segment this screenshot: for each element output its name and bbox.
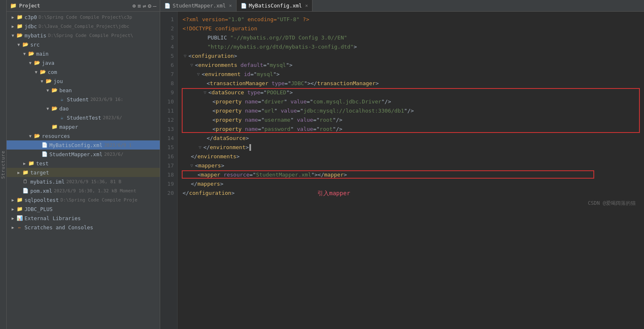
sqlpooltest-label: sqlpooltest	[24, 197, 59, 203]
tree-item-jdbc-plus[interactable]: ▶ 📁 JDBC_PLUS	[7, 204, 160, 214]
fold-icon-9[interactable]: ▽	[202, 88, 207, 97]
line-num-12: 12	[160, 115, 177, 125]
tree-item-mybatis-iml[interactable]: 🗒 mybatis.iml 2023/6/9 15:36, 81 B	[7, 177, 160, 186]
line-num-14: 14	[160, 134, 177, 143]
jdbc-plus-arrow: ▶	[10, 207, 16, 211]
tree-item-resources[interactable]: ▼ 📂 resources	[7, 131, 160, 140]
ext-lib-arrow: ▶	[10, 216, 16, 221]
com-label: com	[48, 69, 57, 75]
tree-item-java[interactable]: ▼ 📂 java	[7, 58, 160, 67]
line-num-2: 2	[160, 24, 177, 33]
tab-mybatisconfig[interactable]: 📄 MyBatisConfig.xml ✕	[237, 0, 313, 11]
src-arrow: ▼	[16, 42, 22, 47]
main-folder-icon: 📂	[27, 50, 35, 57]
main-arrow: ▼	[22, 52, 27, 56]
line-num-7: 7	[160, 70, 177, 79]
jou-arrow: ▼	[39, 79, 45, 83]
com-arrow: ▼	[33, 70, 39, 74]
close-sidebar-icon[interactable]: —	[153, 2, 156, 9]
jdbc-arrow: ▶	[10, 24, 16, 29]
resources-arrow: ▼	[27, 134, 33, 138]
c3p0-label: c3p0	[24, 14, 37, 20]
code-line-12: <property name="username" value="root"/>	[183, 115, 644, 125]
fold-icon-15[interactable]: ▽	[198, 143, 202, 152]
add-content-icon[interactable]: ⊕	[132, 2, 136, 9]
code-line-7: ▽<environment id="mysql">	[183, 70, 644, 79]
collapse-icon[interactable]: ≡	[137, 2, 141, 9]
line5-open: <	[188, 52, 192, 61]
code-line-2: <!DOCTYPE configuration	[183, 24, 644, 33]
code-line-15: ▽</environment>	[183, 143, 644, 152]
code-line-18: <mapper resource="StudentMapper.xml"></m…	[183, 170, 644, 179]
annotation-mapper: 引入mapper	[317, 189, 350, 198]
structure-panel[interactable]: Structure	[0, 0, 7, 329]
fold-icon-7[interactable]: ▽	[196, 70, 201, 79]
code-line-4: "http://mybatis.org/dtd/mybatis-3-config…	[183, 42, 644, 52]
code-lines[interactable]: <?xml version="1.0" encoding="UTF-8" ?> …	[178, 12, 644, 210]
line-num-6: 6	[160, 61, 177, 70]
mybatisconfig-label: MyBatisConfig.xml	[49, 142, 102, 148]
tree-item-target[interactable]: ▶ 📁 target	[7, 168, 160, 177]
tree-item-test[interactable]: ▶ 📁 test	[7, 159, 160, 168]
mybatis-meta: D:\Spring Code Compile Project\	[48, 33, 133, 38]
tree-item-c3p0[interactable]: ▶ 📁 c3p0 D:\Spring Code Compile Project\…	[7, 12, 160, 22]
tree-item-main[interactable]: ▼ 📂 main	[7, 49, 160, 58]
sidebar-header-actions: ⊕ ≡ ⇌ ⚙ —	[132, 2, 156, 9]
line-num-5: 5	[160, 52, 177, 61]
settings-icon[interactable]: ⚙	[148, 2, 151, 9]
tree-item-mybatisconfig[interactable]: 📄 MyBatisConfig.xml 2023/6/9 1	[7, 140, 160, 150]
line3-content: PUBLIC "-//mybatis.org//DTD Config 3.0//…	[207, 33, 347, 42]
line2-content: <!DOCTYPE configuration	[183, 24, 257, 33]
tree-item-mapper[interactable]: 📁 mapper	[7, 122, 160, 131]
tab-mybatisconfig-icon: 📄	[241, 3, 247, 9]
code-editor[interactable]: 1 2 3 4 5 6 7 8 9 10 11 12 13 14 15 16 1…	[160, 12, 644, 329]
target-folder-icon: 📁	[22, 169, 29, 176]
sidebar-title: Project	[19, 3, 40, 9]
jdbc-plus-label: JDBC_PLUS	[24, 206, 53, 212]
sqlpooltest-arrow: ▶	[10, 198, 16, 202]
tree-item-sqlpooltest[interactable]: ▶ 📁 sqlpooltest D:\Spring Code Compile P…	[7, 195, 160, 204]
mapper-label: mapper	[59, 124, 78, 130]
line4-content: "http://mybatis.org/dtd/mybatis-3-config…	[207, 42, 354, 52]
code-line-3: PUBLIC "-//mybatis.org//DTD Config 3.0//…	[183, 33, 644, 42]
resources-label: resources	[42, 133, 70, 139]
tree-item-com[interactable]: ▼ 📂 com	[7, 67, 160, 76]
code-line-19: </mappers>	[183, 179, 644, 189]
tree-item-studenttest[interactable]: ☕ StudentTest 2023/6/	[7, 113, 160, 122]
tab-studentmapper-close[interactable]: ✕	[229, 3, 232, 8]
tree-item-jdbc[interactable]: ▶ 📁 jdbc D:\Java_Code_Compile_Project\jd…	[7, 22, 160, 31]
java-folder-icon: 📂	[33, 59, 41, 66]
tab-studentmapper[interactable]: 📄 StudentMapper.xml ✕	[160, 0, 237, 11]
toggle-icon[interactable]: ⇌	[143, 2, 146, 9]
main-layout: Structure 📁 Project ⊕ ≡ ⇌ ⚙ — ▶ 📁 c3p0 D…	[0, 0, 644, 329]
code-line-8: <transactionManager type="JDBC"></transa…	[183, 79, 644, 88]
scratches-arrow: ▶	[10, 225, 16, 230]
editor-tabs: 📄 StudentMapper.xml ✕ 📄 MyBatisConfig.xm…	[160, 0, 644, 12]
pom-label: pom.xml	[30, 188, 52, 194]
tree-item-src[interactable]: ▼ 📂 src	[7, 40, 160, 49]
tree-item-bean[interactable]: ▼ 📂 bean	[7, 86, 160, 95]
tree-item-pom[interactable]: 📄 pom.xml 2023/6/9 16:30, 1.32 kB Moment	[7, 186, 160, 195]
jou-folder-icon: 📂	[45, 78, 52, 84]
tree-item-dao[interactable]: ▼ 📂 dao	[7, 104, 160, 113]
code-line-9: ▽<dataSource type="POOLED">	[183, 88, 644, 97]
tree-item-mybatis[interactable]: ▼ 📂 mybatis D:\Spring Code Compile Proje…	[7, 31, 160, 40]
mybatis-iml-icon: 🗒	[22, 178, 29, 185]
tree-item-studentmapper[interactable]: 📄 StudentMapper.xml 2023/6/	[7, 150, 160, 159]
fold-icon-5[interactable]: ▽	[183, 52, 188, 61]
studentmapper-xml-icon: 📄	[41, 151, 48, 157]
tree-item-jou[interactable]: ▼ 📂 jou	[7, 76, 160, 86]
tree-item-ext-lib[interactable]: ▶ 📊 External Libraries	[7, 214, 160, 223]
tree-item-student[interactable]: ☕ Student 2023/6/9 16:	[7, 95, 160, 104]
dao-label: dao	[59, 106, 69, 112]
line-num-10: 10	[160, 97, 177, 106]
code-line-13: <property name="password" value="root"/>	[183, 125, 644, 134]
fold-icon-6[interactable]: ▽	[189, 61, 194, 70]
fold-icon-17[interactable]: ▽	[189, 161, 194, 170]
tab-mybatisconfig-close[interactable]: ✕	[305, 3, 308, 8]
student-java-icon: ☕	[58, 96, 66, 103]
tree-item-scratches[interactable]: ▶ ✏️ Scratches and Consoles	[7, 223, 160, 232]
bean-label: bean	[59, 87, 72, 93]
test-label: test	[36, 160, 49, 167]
pom-xml-icon: 📄	[22, 187, 29, 194]
